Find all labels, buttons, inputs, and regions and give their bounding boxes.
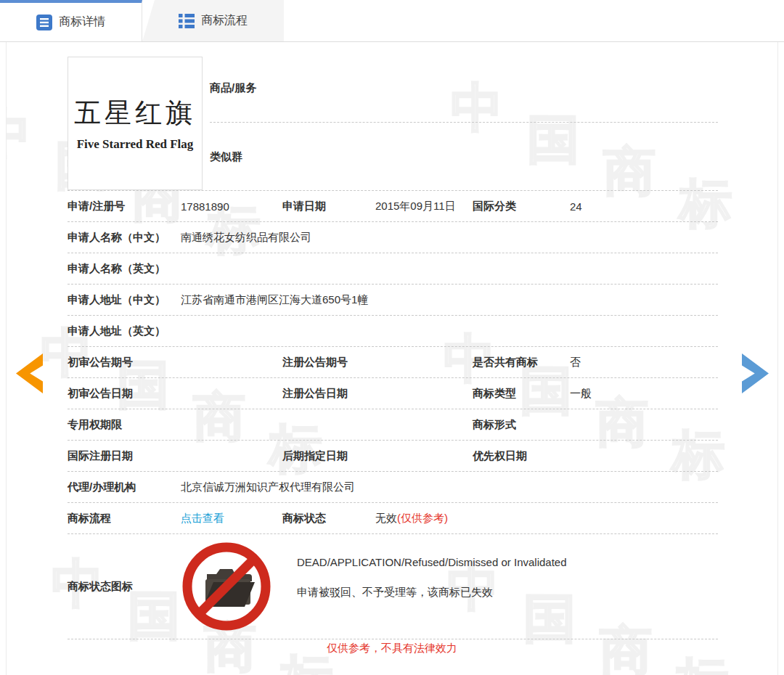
tab-trademark-detail[interactable]: 商标详情 bbox=[0, 0, 142, 41]
table-row: 申请人地址（中文） 江苏省南通市港闸区江海大道650号1幢 bbox=[68, 285, 718, 316]
watermark-char: 标 bbox=[676, 656, 728, 675]
table-row: 国际注册日期 后期指定日期 优先权日期 bbox=[68, 441, 718, 472]
goods-services-label: 商品/服务 bbox=[210, 81, 256, 95]
table-row: 专用权期限 商标形式 bbox=[68, 409, 718, 441]
status-icon-label: 商标状态图标 bbox=[68, 580, 181, 594]
mark-type-value: 一般 bbox=[570, 387, 718, 401]
watermark-char: 国 bbox=[527, 113, 579, 165]
table-row: 申请人地址（英文） bbox=[68, 316, 718, 347]
address-en-label: 申请人地址（英文） bbox=[68, 324, 181, 338]
trademark-name-cn: 五星红旗 bbox=[74, 95, 196, 131]
address-cn-label: 申请人地址（中文） bbox=[68, 293, 181, 307]
detail-list-icon bbox=[36, 15, 52, 30]
watermark-char: 中 bbox=[7, 107, 31, 160]
disclaimer-text: 仅供参考，不具有法律效力 bbox=[7, 642, 777, 655]
trademark-detail-panel: 中 国 商 标 中 国 商 标 中 国 商 标 中 国 商 标 中 国 商 标 bbox=[6, 42, 778, 675]
status-note: (仅供参考) bbox=[397, 512, 448, 524]
process-view-link[interactable]: 点击查看 bbox=[181, 512, 224, 524]
table-row: 代理/办理机构 北京信诚万洲知识产权代理有限公司 bbox=[68, 472, 718, 503]
intl-class-label: 国际分类 bbox=[473, 200, 570, 213]
shared-mark-value: 否 bbox=[570, 356, 718, 369]
app-date-value: 2015年09月11日 bbox=[375, 200, 473, 213]
priority-date-label: 优先权日期 bbox=[473, 449, 570, 463]
flow-list-icon bbox=[179, 14, 195, 28]
intl-class-value: 24 bbox=[570, 200, 718, 213]
status-line-en: DEAD/APPLICATION/Refused/Dismissed or In… bbox=[297, 556, 567, 568]
watermark-char: 标 bbox=[280, 653, 332, 675]
tab-trademark-flow[interactable]: 商标流程 bbox=[142, 0, 284, 41]
exclusive-period-label: 专用权期限 bbox=[68, 418, 181, 432]
table-row: 初审公告期号 注册公告期号 是否共有商标 否 bbox=[68, 347, 718, 378]
divider bbox=[210, 122, 718, 123]
applicant-cn-label: 申请人名称（中文） bbox=[68, 231, 181, 245]
table-row: 初审公告日期 注册公告日期 商标类型 一般 bbox=[68, 378, 718, 409]
table-row: 申请人名称（中文） 南通绣花女纺织品有限公司 bbox=[68, 222, 718, 253]
status-line-cn: 申请被驳回、不予受理等，该商标已失效 bbox=[297, 586, 567, 600]
status-description: DEAD/APPLICATION/Refused/Dismissed or In… bbox=[297, 556, 567, 600]
status-value: 无效(仅供参考) bbox=[375, 512, 718, 525]
table-row: 申请人名称（英文） bbox=[68, 253, 718, 285]
table-row: 商标流程 点击查看 商标状态 无效(仅供参考) bbox=[68, 503, 718, 534]
intl-reg-date-label: 国际注册日期 bbox=[68, 449, 181, 463]
reg-pub-date-label: 注册公告日期 bbox=[282, 387, 375, 401]
tab-bar: 商标详情 商标流程 bbox=[0, 0, 784, 42]
mark-type-label: 商标类型 bbox=[473, 387, 570, 401]
applicant-cn-value: 南通绣花女纺织品有限公司 bbox=[181, 231, 718, 245]
app-date-label: 申请日期 bbox=[282, 200, 375, 213]
watermark-char: 中 bbox=[451, 81, 503, 134]
trademark-image: 五星红旗 Five Starred Red Flag bbox=[68, 57, 203, 190]
reg-pub-no-label: 注册公告期号 bbox=[282, 356, 375, 369]
address-cn-value: 江苏省南通市港闸区江海大道650号1幢 bbox=[181, 293, 718, 307]
status-icon-row: 商标状态图标 DEAD/APPLICATION/Refused/Dismisse… bbox=[68, 534, 718, 639]
similar-group-label: 类似群 bbox=[210, 150, 242, 164]
applicant-en-label: 申请人名称（英文） bbox=[68, 262, 181, 276]
reg-no-label: 申请/注册号 bbox=[68, 200, 181, 213]
reg-no-value: 17881890 bbox=[181, 200, 282, 213]
later-designation-date-label: 后期指定日期 bbox=[282, 449, 375, 463]
status-label: 商标状态 bbox=[282, 512, 375, 525]
info-table: 申请/注册号 17881890 申请日期 2015年09月11日 国际分类 24… bbox=[68, 190, 718, 639]
first-pub-date-label: 初审公告日期 bbox=[68, 387, 181, 401]
agency-value: 北京信诚万洲知识产权代理有限公司 bbox=[181, 480, 718, 494]
tab-label: 商标详情 bbox=[59, 15, 105, 30]
tab-label: 商标流程 bbox=[201, 13, 248, 28]
trademark-name-en: Five Starred Red Flag bbox=[77, 137, 194, 152]
table-row: 申请/注册号 17881890 申请日期 2015年09月11日 国际分类 24 bbox=[68, 191, 718, 222]
no-folder-prohibited-icon bbox=[181, 541, 272, 634]
mark-form-label: 商标形式 bbox=[473, 418, 570, 432]
process-label: 商标流程 bbox=[68, 512, 181, 525]
agency-label: 代理/办理机构 bbox=[68, 480, 181, 494]
shared-mark-label: 是否共有商标 bbox=[473, 356, 570, 369]
first-pub-no-label: 初审公告期号 bbox=[68, 356, 181, 369]
